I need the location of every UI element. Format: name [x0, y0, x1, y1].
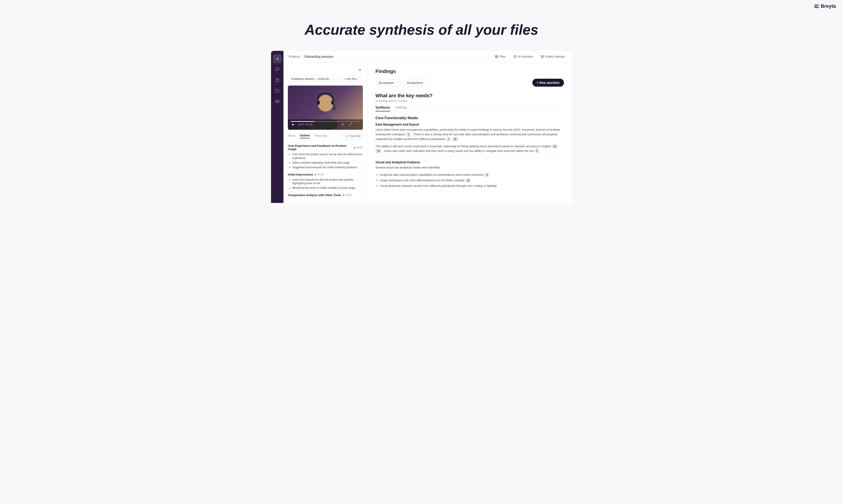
volume-button[interactable] — [341, 122, 345, 127]
files-label: Files — [499, 55, 505, 58]
new-question-button[interactable]: + New question — [532, 79, 564, 87]
left-panel: ✕ Feedback session – 21/01/20... + Add f… — [283, 62, 367, 203]
svg-rect-9 — [317, 101, 320, 105]
synthesis-list: Graphical data representation capabiliti… — [376, 173, 564, 188]
project-settings-label: Project settings — [545, 55, 565, 58]
svg-line-15 — [349, 125, 350, 126]
files-action[interactable]: Files — [493, 54, 507, 59]
progress-fill — [291, 121, 314, 122]
list-item-text-2: Larger workspace with color-differentiat… — [380, 179, 464, 182]
svg-rect-0 — [495, 55, 496, 56]
findings-tab-label: Findings — [395, 106, 407, 109]
synthesis-para-1: Users need robust data management capabi… — [376, 128, 564, 141]
breadcrumb-actions: Files AI assistant Project settings — [493, 54, 567, 59]
sidebar-item-document[interactable] — [273, 76, 282, 85]
tab-transcript[interactable]: Transcript — [314, 134, 327, 138]
ts-1: 00:02 — [357, 146, 363, 149]
by-question-label: By question — [379, 81, 394, 85]
time-current: 14:27 — [298, 123, 304, 126]
add-files-label: + Add files — [344, 77, 357, 80]
breadcrumb-current: Onboarding sessions — [304, 55, 333, 58]
video-container: ▶ 14:27 / 42:15 — [288, 86, 363, 130]
badge-10: 10 — [466, 178, 471, 183]
play-button[interactable]: ▶ — [291, 122, 296, 127]
add-files-button[interactable]: + Add files — [340, 76, 360, 82]
all-questions-label: All questions — [407, 81, 423, 85]
sub-tab-synthesis[interactable]: Synthesis — [376, 106, 390, 111]
synthesis-para-2: The ability to edit and correct transcri… — [376, 144, 564, 154]
all-questions-dropdown[interactable]: All questions — [403, 79, 430, 86]
svg-rect-4 — [514, 55, 516, 58]
by-question-dropdown[interactable]: By question — [376, 79, 401, 86]
section-1-timestamp: ▶ 00:02 — [354, 146, 363, 149]
section-3-label: Comparative Analysis with Other Tools — [288, 194, 341, 197]
question-block: What are the key needs? 23 findings from… — [376, 93, 564, 188]
fullscreen-button[interactable] — [348, 122, 353, 127]
app-name: Breyta — [821, 3, 836, 9]
list-item-text-1: Graphical data representation capabiliti… — [380, 173, 484, 176]
close-button[interactable]: ✕ — [357, 67, 363, 73]
list-item: User found the product easy to set up an… — [292, 152, 363, 160]
sub-tabs: Synthesis Findings — [376, 106, 564, 112]
logo-icon — [814, 5, 819, 8]
badge-7: 7 — [447, 137, 451, 142]
synthesis-content: Core Functionality Needs Data Management… — [376, 116, 564, 188]
section-3-timestamp: ▶ 03:06 — [343, 194, 352, 197]
section-2-label: Initial Impressions — [288, 173, 313, 176]
question-meta: 23 findings from 5 of 5 files — [376, 100, 564, 103]
tab-about[interactable]: About — [288, 134, 295, 138]
subsection-1-title: Data Management and Export — [376, 123, 564, 126]
question-heading: What are the key needs? — [376, 93, 564, 98]
list-item: Mentioned the need for better visibility… — [292, 186, 363, 190]
subsection-2-intro: Several visual and analytical needs were… — [376, 165, 564, 170]
list-item: Graphical data representation capabiliti… — [380, 173, 564, 177]
content-split: ✕ Feedback session – 21/01/20... + Add f… — [283, 62, 572, 203]
main-wrapper: Projects / Onboarding sessions Files — [266, 51, 577, 203]
outline-section-2-title: Initial Impressions ▶ 01:09 — [288, 173, 363, 176]
para-2-text-3: . — [540, 149, 541, 152]
svg-point-11 — [333, 108, 336, 110]
breadcrumb-bar: Projects / Onboarding sessions Files — [283, 51, 572, 62]
sidebar-item-chat[interactable] — [273, 65, 282, 74]
right-panel: Findings By question All questions — [367, 62, 572, 203]
sub-tab-findings[interactable]: Findings — [395, 106, 407, 111]
svg-point-8 — [318, 95, 333, 112]
para-1-text-3: . — [459, 137, 460, 141]
new-question-label: + New question — [537, 81, 560, 85]
svg-rect-1 — [497, 55, 498, 56]
sidebar — [271, 51, 283, 203]
sidebar-item-navigate[interactable] — [273, 54, 282, 63]
badge-6: 6 — [485, 173, 489, 177]
project-settings-action[interactable]: Project settings — [539, 54, 567, 59]
list-item-text-3: Visual distinction between quotes from d… — [380, 184, 497, 187]
sidebar-item-inbox[interactable] — [273, 97, 282, 106]
outline-section-1-title: User Experience and Feedback on Product … — [288, 144, 363, 151]
session-name: Feedback session – 21/01/20... — [291, 77, 331, 80]
list-item: Suggested improvements for credit monito… — [292, 166, 363, 169]
progress-bar[interactable] — [291, 121, 360, 122]
ai-assistant-action[interactable]: AI assistant — [512, 54, 535, 59]
copy-link-button[interactable]: Copy link — [343, 133, 363, 139]
svg-rect-2 — [497, 57, 498, 58]
badge-2: 2 — [407, 132, 411, 137]
sidebar-item-folder[interactable] — [273, 86, 282, 95]
hero-title: Accurate synthesis of all your files — [4, 22, 839, 38]
svg-point-7 — [542, 56, 543, 57]
outline-list-2: User's first experience with the product… — [288, 178, 363, 190]
list-item: User's first experience with the product… — [292, 178, 363, 185]
outline-section-3-title: Comparative Analysis with Other Tools ▶ … — [288, 194, 363, 197]
session-selector[interactable]: Feedback session – 21/01/20... — [288, 76, 339, 82]
more-button[interactable]: ⋮ — [356, 122, 360, 127]
section-1-label: User Experience and Feedback on Product … — [288, 144, 352, 151]
badge-21: 21 — [376, 149, 381, 153]
tab-outline[interactable]: Outline — [300, 134, 310, 138]
breadcrumb-parent[interactable]: Projects — [289, 55, 300, 58]
ts-2: 01:09 — [317, 173, 324, 176]
session-row: Feedback session – 21/01/20... + Add fil… — [288, 76, 363, 82]
time-display: 14:27 / 42:15 — [298, 123, 312, 126]
badge-16: 16 — [452, 137, 458, 142]
tab-transcript-label: Transcript — [314, 134, 327, 137]
top-nav: Breyta — [0, 0, 843, 12]
app-container: Projects / Onboarding sessions Files — [283, 51, 572, 203]
copy-link-label: Copy link — [349, 134, 360, 138]
